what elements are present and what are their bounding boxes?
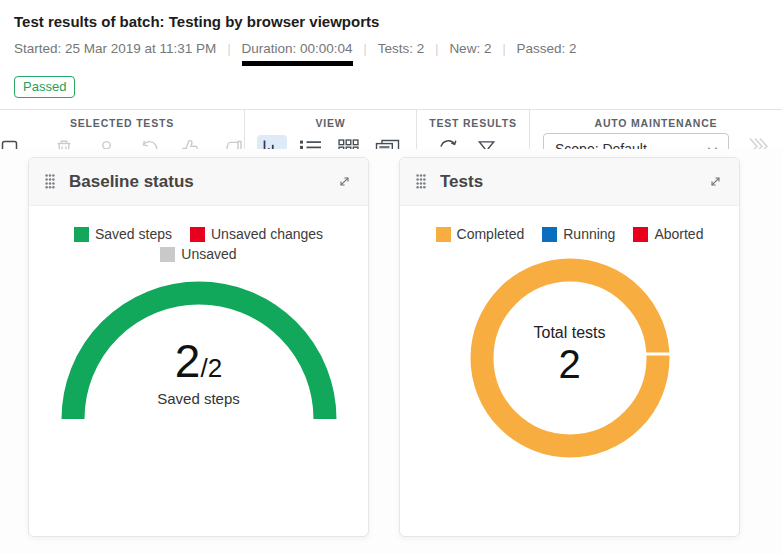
gauge-center-text: 2/2 Saved steps: [29, 338, 368, 407]
info-separator: |: [435, 42, 438, 56]
card-title: Tests: [440, 172, 483, 192]
batch-passed-count: Passed: 2: [517, 41, 577, 56]
batch-info-row: Started: 25 Mar 2019 at 11:31 PM | Durat…: [14, 41, 768, 66]
legend-label: Completed: [457, 226, 525, 242]
section-label: SELECTED TESTS: [70, 117, 174, 129]
expand-icon[interactable]: [708, 174, 723, 189]
legend-swatch: [633, 227, 648, 242]
expand-icon[interactable]: [337, 174, 352, 189]
batch-started: Started: 25 Mar 2019 at 11:31 PM: [14, 41, 216, 56]
gauge-label: Saved steps: [29, 390, 368, 407]
total-tests-label: Total tests: [400, 324, 739, 342]
saved-steps-total: /2: [200, 353, 222, 383]
info-separator: |: [502, 42, 505, 56]
page-title: Test results of batch: Testing by browse…: [14, 13, 768, 30]
tests-donut-chart: Total tests 2: [400, 248, 739, 473]
section-label: AUTO MAINTENANCE: [595, 117, 718, 129]
card-header: Tests: [400, 158, 739, 206]
legend-label: Unsaved: [181, 246, 236, 262]
baseline-gauge-chart: 2/2 Saved steps: [29, 272, 368, 447]
legend-item: Completed: [436, 226, 525, 242]
legend-swatch: [190, 227, 205, 242]
status-badge: Passed: [14, 76, 75, 98]
legend-item: Unsaved: [160, 246, 236, 262]
legend-item: Saved steps: [74, 226, 172, 242]
section-label: TEST RESULTS: [429, 117, 517, 129]
legend-swatch: [160, 247, 175, 262]
legend-swatch: [436, 227, 451, 242]
dashboard: Baseline status Saved steps Unsaved chan…: [0, 149, 782, 554]
batch-tests-count: Tests: 2: [378, 41, 425, 56]
card-title: Baseline status: [69, 172, 194, 192]
info-separator: |: [364, 42, 367, 56]
batch-header: Test results of batch: Testing by browse…: [0, 0, 782, 98]
batch-new-count: New: 2: [449, 41, 491, 56]
drag-handle-icon[interactable]: [45, 174, 55, 189]
section-label: VIEW: [315, 117, 345, 129]
legend-label: Saved steps: [95, 226, 172, 242]
legend-item: Aborted: [633, 226, 703, 242]
legend-label: Aborted: [654, 226, 703, 242]
batch-duration: Duration: 00:00:04: [242, 41, 353, 66]
legend-label: Unsaved changes: [211, 226, 323, 242]
total-tests-value: 2: [400, 342, 739, 386]
baseline-status-card: Baseline status Saved steps Unsaved chan…: [28, 157, 369, 537]
saved-steps-value: 2: [175, 335, 201, 387]
tests-legend: Completed Running Aborted: [400, 226, 739, 242]
info-separator: |: [227, 42, 230, 56]
donut-center-text: Total tests 2: [400, 324, 739, 386]
legend-item: Unsaved changes: [190, 226, 323, 242]
legend-swatch: [542, 227, 557, 242]
legend-item: Running: [542, 226, 615, 242]
drag-handle-icon[interactable]: [416, 174, 426, 189]
legend-label: Running: [563, 226, 615, 242]
baseline-legend: Saved steps Unsaved changes Unsaved: [29, 226, 368, 262]
card-header: Baseline status: [29, 158, 368, 206]
legend-swatch: [74, 227, 89, 242]
tests-card: Tests Completed Running Aborted: [399, 157, 740, 537]
